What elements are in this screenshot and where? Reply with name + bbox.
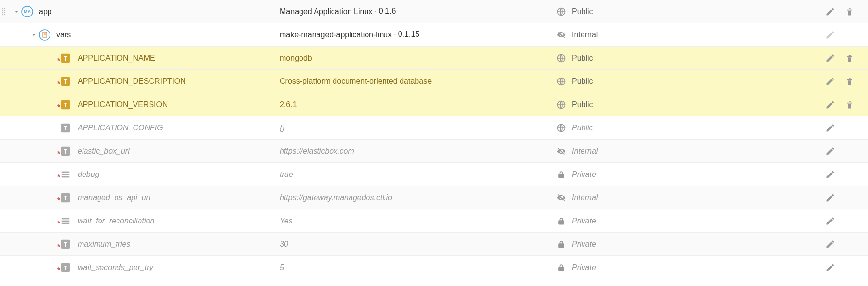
variable-value: mongodb xyxy=(280,54,556,63)
variable-name: APPLICATION_CONFIG xyxy=(78,124,163,132)
visibility-cell: Private xyxy=(556,170,634,179)
delete-button[interactable] xyxy=(845,100,854,110)
variable-name: wait_for_reconciliation xyxy=(78,217,154,225)
edit-button[interactable] xyxy=(825,146,835,156)
edit-button[interactable] xyxy=(825,123,835,133)
variable-name: wait_seconds_per_try xyxy=(78,263,153,272)
variable-row: wait_seconds_per_try 5 Private xyxy=(0,256,868,279)
svg-text:MA: MA xyxy=(24,9,31,14)
globe-icon xyxy=(556,53,566,63)
eye-off-icon xyxy=(556,193,566,203)
visibility-cell: Public xyxy=(556,77,634,86)
variable-value: Yes xyxy=(280,217,556,225)
visibility-cell: Private xyxy=(556,239,634,249)
expand-toggle[interactable] xyxy=(12,8,21,16)
node-value: Managed Application Linux · 0.1.6 xyxy=(280,7,556,16)
node-name: app xyxy=(39,7,52,16)
variable-row: APPLICATION_VERSION 2.6.1 Public xyxy=(0,93,868,116)
visibility-cell: Public xyxy=(556,7,634,16)
text-type-icon xyxy=(60,262,71,273)
variable-value: true xyxy=(280,170,556,179)
text-type-icon xyxy=(60,239,71,250)
variable-name: APPLICATION_NAME xyxy=(78,54,155,63)
visibility-cell: Public xyxy=(556,53,634,63)
text-type-icon xyxy=(60,146,71,157)
delete-button[interactable] xyxy=(845,77,854,86)
variable-value: 30 xyxy=(280,240,556,249)
variable-name: maximum_tries xyxy=(78,240,130,249)
visibility-cell: Public xyxy=(556,123,634,133)
variable-value: {} xyxy=(280,124,556,132)
expand-toggle[interactable] xyxy=(29,31,39,39)
text-type-icon xyxy=(60,76,71,87)
eye-off-icon xyxy=(556,30,566,40)
drag-handle-icon[interactable] xyxy=(0,0,8,23)
eye-off-icon xyxy=(556,146,566,156)
lock-icon xyxy=(556,263,566,272)
options-type-icon xyxy=(60,169,71,180)
globe-icon xyxy=(556,77,566,86)
text-type-icon xyxy=(60,53,71,64)
globe-icon xyxy=(556,7,566,16)
node-name: vars xyxy=(56,31,71,39)
edit-button[interactable] xyxy=(825,77,835,86)
tree-row-app: MA app Managed Application Linux · 0.1.6… xyxy=(0,0,868,23)
visibility-cell: Internal xyxy=(556,146,634,156)
edit-button[interactable] xyxy=(825,53,835,63)
variable-row: managed_os_api_url https://gateway.manag… xyxy=(0,186,868,209)
variable-name: debug xyxy=(78,170,100,179)
edit-button[interactable] xyxy=(825,216,835,226)
variable-row: elastic_box_url https://elasticbox.com I… xyxy=(0,140,868,163)
variable-row: APPLICATION_NAME mongodb Public xyxy=(0,47,868,70)
delete-button[interactable] xyxy=(845,53,854,63)
text-type-icon xyxy=(60,123,71,133)
visibility-cell: Internal xyxy=(556,30,634,40)
variable-row: maximum_tries 30 Private xyxy=(0,233,868,256)
variable-name: APPLICATION_VERSION xyxy=(78,100,168,109)
tree-row-vars: vars make-managed-application-linux · 0.… xyxy=(0,23,868,47)
lock-icon xyxy=(556,170,566,179)
variable-value: 2.6.1 xyxy=(280,100,556,109)
visibility-cell: Internal xyxy=(556,193,634,203)
globe-icon xyxy=(556,100,566,110)
edit-button[interactable] xyxy=(825,100,835,110)
visibility-cell: Public xyxy=(556,100,634,110)
edit-button xyxy=(825,30,835,40)
variable-row: APPLICATION_CONFIG {} Public xyxy=(0,116,868,140)
edit-button[interactable] xyxy=(825,170,835,179)
variable-value: Cross-platform document-oriented databas… xyxy=(280,77,556,86)
lock-icon xyxy=(556,216,566,226)
visibility-cell: Private xyxy=(556,216,634,226)
visibility-cell: Private xyxy=(556,263,634,272)
edit-button[interactable] xyxy=(825,239,835,249)
text-type-icon xyxy=(60,99,71,110)
options-type-icon xyxy=(60,216,71,226)
app-badge-icon: MA xyxy=(21,6,33,17)
variable-row: APPLICATION_DESCRIPTION Cross-platform d… xyxy=(0,70,868,93)
edit-button[interactable] xyxy=(825,193,835,203)
variable-value: https://elasticbox.com xyxy=(280,147,556,156)
variable-name: managed_os_api_url xyxy=(78,193,150,202)
edit-button[interactable] xyxy=(825,7,835,16)
delete-button[interactable] xyxy=(845,7,854,16)
node-value: make-managed-application-linux · 0.1.15 xyxy=(280,30,556,39)
variable-value: https://gateway.managedos.ctl.io xyxy=(280,193,556,202)
variable-name: elastic_box_url xyxy=(78,147,130,156)
variable-row: debug true Private xyxy=(0,163,868,186)
variable-name: APPLICATION_DESCRIPTION xyxy=(78,77,186,86)
vars-badge-icon xyxy=(39,29,50,41)
lock-icon xyxy=(556,239,566,249)
variable-value: 5 xyxy=(280,263,556,272)
globe-icon xyxy=(556,123,566,133)
edit-button[interactable] xyxy=(825,263,835,272)
text-type-icon xyxy=(60,192,71,203)
variable-row: wait_for_reconciliation Yes Private xyxy=(0,209,868,233)
